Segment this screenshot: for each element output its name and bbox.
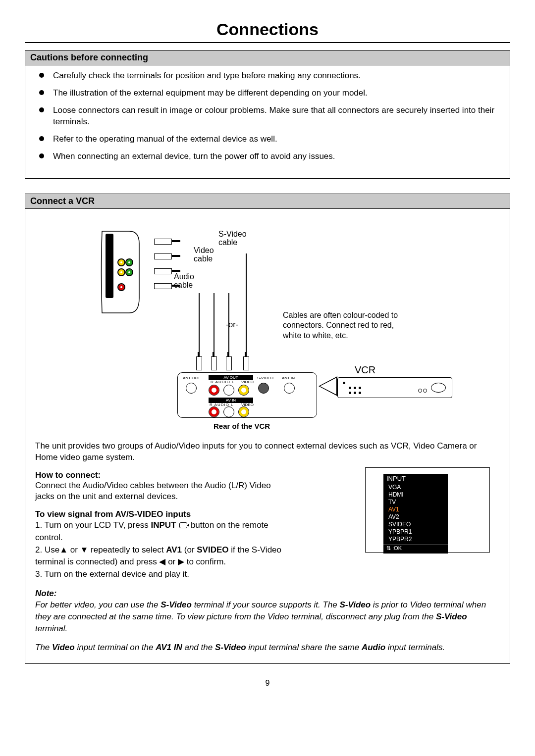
video-label: VIDEO <box>241 380 254 384</box>
jack-icon <box>243 356 249 370</box>
note-block: Note: For better video, you can use the … <box>25 581 510 654</box>
input-osd-title: INPUT <box>383 474 448 484</box>
triangle-right-icon <box>178 557 184 566</box>
vcr-device-icon <box>337 377 452 398</box>
av-in-red <box>209 406 219 417</box>
text: The <box>35 643 52 652</box>
tv-port-green <box>125 268 133 276</box>
input-icon <box>179 522 187 528</box>
svideo-port <box>258 383 269 394</box>
vcr-header: Connect a VCR <box>25 194 510 209</box>
note-paragraph-2: The Video input terminal on the AV1 IN a… <box>35 642 500 654</box>
jack-icon <box>196 356 202 370</box>
input-osd-menu: INPUT VGA HDMI TV AV1 AV2 SVIDEO YPBPR1 … <box>365 467 490 553</box>
text: input terminal share the same <box>246 643 362 652</box>
jack-icon <box>211 356 217 370</box>
plug-icon <box>154 283 172 289</box>
caution-item: The illustration of the external equipme… <box>39 88 499 99</box>
text: and the <box>182 643 215 652</box>
tv-port-strip <box>106 234 113 298</box>
vcr-box: Connect a VCR S-Video cable Video cable … <box>25 194 510 664</box>
text: repeatedly to select <box>88 545 166 554</box>
vcr-diagram: S-Video cable Video cable Audio cable -o… <box>35 219 500 432</box>
input-word: INPUT <box>151 520 176 530</box>
caution-item: When connecting an external device, turn… <box>39 151 499 162</box>
text: terminal if your source supports it. The <box>192 600 340 609</box>
bold-text: S-Video <box>339 600 371 609</box>
input-item: VGA <box>383 484 448 491</box>
text: terminal. <box>35 624 67 633</box>
bold-text: S-Video <box>215 643 246 652</box>
text: input terminal on the <box>75 643 156 652</box>
input-item: YPBPR2 <box>383 536 448 543</box>
cautions-list: Carefully check the terminals for positi… <box>25 65 510 162</box>
vcr-intro-text: The unit provides two groups of Audio/Vi… <box>25 437 510 467</box>
bold-text: S-Video <box>436 612 467 621</box>
video-cable-label: Video cable <box>194 246 223 263</box>
caution-item: Carefully check the terminals for positi… <box>39 70 499 82</box>
bold-text: Audio <box>362 643 385 652</box>
vcr-rear-panel: ANT OUT AV OUT R AUDIO L VIDEO S-VIDEO A… <box>177 372 317 418</box>
tv-port-yellow <box>117 258 125 266</box>
triangle-left-icon <box>159 557 165 566</box>
triangle-up-icon <box>59 545 68 554</box>
cable-line <box>246 253 247 357</box>
text: to confirm. <box>184 557 226 566</box>
view-signal-head: To view signal from AV/S-VIDEO inputs <box>25 506 293 519</box>
jack-icon <box>226 356 232 370</box>
text: For better video, you can use the <box>35 600 160 609</box>
cable-line <box>228 293 229 357</box>
svideo-cable-label: S-Video cable <box>218 230 258 247</box>
av-in-yellow <box>238 406 249 417</box>
cautions-header: Cautions before connecting <box>25 50 510 65</box>
ok-text: :OK <box>392 545 402 551</box>
text: (or <box>182 545 197 554</box>
tv-port-green <box>125 258 133 266</box>
step-1: 1. Turn on your LCD TV, press INPUT butt… <box>35 519 283 544</box>
ant-out-port <box>186 383 197 394</box>
caution-item: Loose connectors can result in image or … <box>39 105 499 128</box>
how-to-connect-text: Connect the Audio/Video cables between t… <box>25 480 293 507</box>
or-label: -or- <box>226 320 238 329</box>
note-paragraph-1: For better video, you can use the S-Vide… <box>35 599 500 634</box>
triangle-down-icon <box>80 545 89 554</box>
av-out-red <box>209 385 219 396</box>
bold-text: Video <box>52 643 75 652</box>
text: or <box>68 545 80 554</box>
ant-in-label: ANT IN <box>282 376 295 380</box>
view-signal-steps: 1. Turn on your LCD TV, press INPUT butt… <box>25 519 293 580</box>
how-to-connect-head: How to connect: <box>25 467 293 480</box>
input-osd-ok: :OK <box>383 544 448 552</box>
svideo-port-label: S-VIDEO <box>257 376 273 380</box>
cautions-box: Cautions before connecting Carefully che… <box>25 50 510 179</box>
plug-icon <box>154 239 172 245</box>
input-item: SVIDEO <box>383 521 448 528</box>
text: or <box>165 557 178 566</box>
bold-text: S-Video <box>160 600 192 609</box>
cable-line <box>214 293 214 357</box>
text: 2. Use <box>35 545 59 554</box>
plug-icon <box>154 253 172 259</box>
av-out-yellow <box>238 385 249 396</box>
page-number: 9 <box>25 679 510 688</box>
input-item: HDMI <box>383 491 448 499</box>
tv-port-yellow <box>117 268 125 276</box>
av-in-white <box>223 406 234 417</box>
rear-caption: Rear of the VCR <box>214 422 270 430</box>
step-2: 2. Use or repeatedly to select AV1 (or S… <box>35 544 283 568</box>
callout-icon <box>319 376 337 396</box>
input-item: TV <box>383 499 448 506</box>
bold-text: AV1 IN <box>156 643 182 652</box>
tv-port-red <box>117 283 125 291</box>
step-3: 3. Turn on the external device and play … <box>35 568 283 581</box>
input-osd-inner: INPUT VGA HDMI TV AV1 AV2 SVIDEO YPBPR1 … <box>383 474 448 554</box>
cable-line <box>199 293 200 357</box>
ant-out-label: ANT OUT <box>183 376 200 380</box>
caution-item: Refer to the operating manual of the ext… <box>39 134 499 145</box>
audio-cable-label: Audio cable <box>174 272 204 290</box>
updown-icon <box>386 545 391 551</box>
input-item: YPBPR1 <box>383 528 448 536</box>
text: input terminals. <box>385 643 445 652</box>
av-out-white <box>223 385 234 396</box>
input-item-selected: AV1 <box>383 506 448 513</box>
